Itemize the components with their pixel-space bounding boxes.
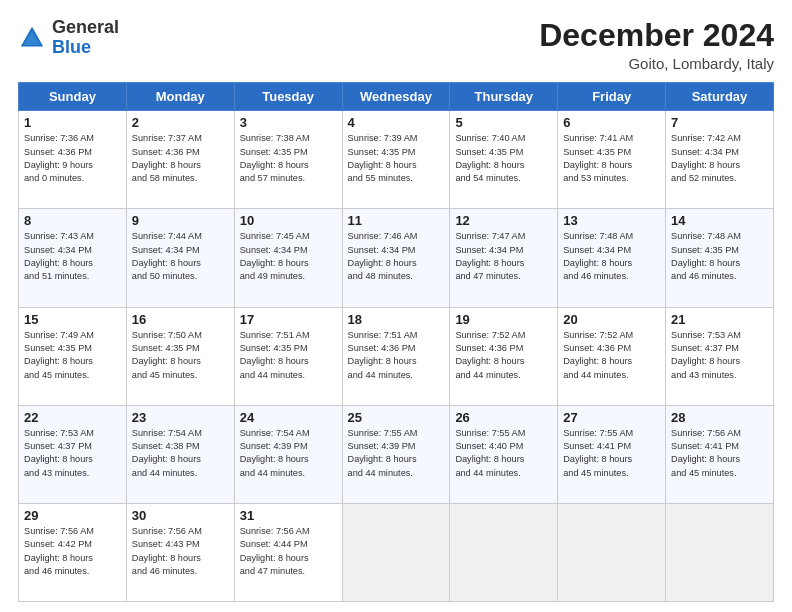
calendar-cell: 4Sunrise: 7:39 AM Sunset: 4:35 PM Daylig… [342, 111, 450, 209]
calendar-cell: 30Sunrise: 7:56 AM Sunset: 4:43 PM Dayli… [126, 503, 234, 601]
day-info: Sunrise: 7:55 AM Sunset: 4:41 PM Dayligh… [563, 427, 660, 480]
day-number: 10 [240, 213, 337, 228]
calendar-cell: 10Sunrise: 7:45 AM Sunset: 4:34 PM Dayli… [234, 209, 342, 307]
day-of-week-saturday: Saturday [666, 83, 774, 111]
calendar-cell: 31Sunrise: 7:56 AM Sunset: 4:44 PM Dayli… [234, 503, 342, 601]
day-info: Sunrise: 7:49 AM Sunset: 4:35 PM Dayligh… [24, 329, 121, 382]
day-number: 6 [563, 115, 660, 130]
day-of-week-thursday: Thursday [450, 83, 558, 111]
calendar-cell: 20Sunrise: 7:52 AM Sunset: 4:36 PM Dayli… [558, 307, 666, 405]
calendar-cell: 9Sunrise: 7:44 AM Sunset: 4:34 PM Daylig… [126, 209, 234, 307]
page: General Blue December 2024 Goito, Lombar… [0, 0, 792, 612]
calendar-week-row: 15Sunrise: 7:49 AM Sunset: 4:35 PM Dayli… [19, 307, 774, 405]
calendar-cell: 8Sunrise: 7:43 AM Sunset: 4:34 PM Daylig… [19, 209, 127, 307]
calendar-cell: 27Sunrise: 7:55 AM Sunset: 4:41 PM Dayli… [558, 405, 666, 503]
logo-blue: Blue [52, 37, 91, 57]
day-number: 20 [563, 312, 660, 327]
location: Goito, Lombardy, Italy [539, 55, 774, 72]
calendar-cell: 6Sunrise: 7:41 AM Sunset: 4:35 PM Daylig… [558, 111, 666, 209]
day-number: 26 [455, 410, 552, 425]
calendar-cell [666, 503, 774, 601]
calendar-header-row: SundayMondayTuesdayWednesdayThursdayFrid… [19, 83, 774, 111]
day-of-week-tuesday: Tuesday [234, 83, 342, 111]
day-info: Sunrise: 7:38 AM Sunset: 4:35 PM Dayligh… [240, 132, 337, 185]
day-number: 23 [132, 410, 229, 425]
calendar-cell: 2Sunrise: 7:37 AM Sunset: 4:36 PM Daylig… [126, 111, 234, 209]
calendar-table: SundayMondayTuesdayWednesdayThursdayFrid… [18, 82, 774, 602]
calendar-week-row: 8Sunrise: 7:43 AM Sunset: 4:34 PM Daylig… [19, 209, 774, 307]
calendar-cell [558, 503, 666, 601]
day-info: Sunrise: 7:36 AM Sunset: 4:36 PM Dayligh… [24, 132, 121, 185]
day-info: Sunrise: 7:56 AM Sunset: 4:43 PM Dayligh… [132, 525, 229, 578]
calendar-cell: 14Sunrise: 7:48 AM Sunset: 4:35 PM Dayli… [666, 209, 774, 307]
day-info: Sunrise: 7:51 AM Sunset: 4:36 PM Dayligh… [348, 329, 445, 382]
title-block: December 2024 Goito, Lombardy, Italy [539, 18, 774, 72]
calendar-cell: 28Sunrise: 7:56 AM Sunset: 4:41 PM Dayli… [666, 405, 774, 503]
day-info: Sunrise: 7:51 AM Sunset: 4:35 PM Dayligh… [240, 329, 337, 382]
day-info: Sunrise: 7:43 AM Sunset: 4:34 PM Dayligh… [24, 230, 121, 283]
day-number: 7 [671, 115, 768, 130]
day-number: 19 [455, 312, 552, 327]
day-info: Sunrise: 7:53 AM Sunset: 4:37 PM Dayligh… [24, 427, 121, 480]
day-number: 29 [24, 508, 121, 523]
calendar-cell: 21Sunrise: 7:53 AM Sunset: 4:37 PM Dayli… [666, 307, 774, 405]
day-number: 25 [348, 410, 445, 425]
calendar-cell: 23Sunrise: 7:54 AM Sunset: 4:38 PM Dayli… [126, 405, 234, 503]
calendar-cell: 22Sunrise: 7:53 AM Sunset: 4:37 PM Dayli… [19, 405, 127, 503]
day-info: Sunrise: 7:37 AM Sunset: 4:36 PM Dayligh… [132, 132, 229, 185]
day-info: Sunrise: 7:39 AM Sunset: 4:35 PM Dayligh… [348, 132, 445, 185]
day-of-week-sunday: Sunday [19, 83, 127, 111]
day-number: 4 [348, 115, 445, 130]
day-number: 16 [132, 312, 229, 327]
day-info: Sunrise: 7:48 AM Sunset: 4:35 PM Dayligh… [671, 230, 768, 283]
calendar-cell: 18Sunrise: 7:51 AM Sunset: 4:36 PM Dayli… [342, 307, 450, 405]
calendar-cell [450, 503, 558, 601]
logo-icon [18, 24, 46, 52]
calendar-week-row: 1Sunrise: 7:36 AM Sunset: 4:36 PM Daylig… [19, 111, 774, 209]
calendar-cell: 3Sunrise: 7:38 AM Sunset: 4:35 PM Daylig… [234, 111, 342, 209]
day-info: Sunrise: 7:45 AM Sunset: 4:34 PM Dayligh… [240, 230, 337, 283]
calendar-cell: 24Sunrise: 7:54 AM Sunset: 4:39 PM Dayli… [234, 405, 342, 503]
day-number: 31 [240, 508, 337, 523]
calendar-cell: 19Sunrise: 7:52 AM Sunset: 4:36 PM Dayli… [450, 307, 558, 405]
day-number: 18 [348, 312, 445, 327]
day-info: Sunrise: 7:55 AM Sunset: 4:40 PM Dayligh… [455, 427, 552, 480]
day-info: Sunrise: 7:46 AM Sunset: 4:34 PM Dayligh… [348, 230, 445, 283]
calendar-cell: 16Sunrise: 7:50 AM Sunset: 4:35 PM Dayli… [126, 307, 234, 405]
day-number: 2 [132, 115, 229, 130]
day-info: Sunrise: 7:54 AM Sunset: 4:39 PM Dayligh… [240, 427, 337, 480]
day-number: 21 [671, 312, 768, 327]
day-number: 17 [240, 312, 337, 327]
month-title: December 2024 [539, 18, 774, 53]
day-number: 5 [455, 115, 552, 130]
calendar-cell: 15Sunrise: 7:49 AM Sunset: 4:35 PM Dayli… [19, 307, 127, 405]
calendar-cell: 7Sunrise: 7:42 AM Sunset: 4:34 PM Daylig… [666, 111, 774, 209]
day-info: Sunrise: 7:42 AM Sunset: 4:34 PM Dayligh… [671, 132, 768, 185]
day-number: 28 [671, 410, 768, 425]
calendar-cell: 29Sunrise: 7:56 AM Sunset: 4:42 PM Dayli… [19, 503, 127, 601]
day-info: Sunrise: 7:52 AM Sunset: 4:36 PM Dayligh… [563, 329, 660, 382]
day-number: 22 [24, 410, 121, 425]
calendar-cell: 12Sunrise: 7:47 AM Sunset: 4:34 PM Dayli… [450, 209, 558, 307]
day-number: 1 [24, 115, 121, 130]
calendar-cell: 1Sunrise: 7:36 AM Sunset: 4:36 PM Daylig… [19, 111, 127, 209]
day-number: 9 [132, 213, 229, 228]
calendar-cell: 13Sunrise: 7:48 AM Sunset: 4:34 PM Dayli… [558, 209, 666, 307]
day-number: 27 [563, 410, 660, 425]
header: General Blue December 2024 Goito, Lombar… [18, 18, 774, 72]
logo-text: General Blue [52, 18, 119, 58]
day-info: Sunrise: 7:56 AM Sunset: 4:42 PM Dayligh… [24, 525, 121, 578]
day-number: 15 [24, 312, 121, 327]
day-info: Sunrise: 7:41 AM Sunset: 4:35 PM Dayligh… [563, 132, 660, 185]
day-of-week-wednesday: Wednesday [342, 83, 450, 111]
calendar-cell: 17Sunrise: 7:51 AM Sunset: 4:35 PM Dayli… [234, 307, 342, 405]
day-info: Sunrise: 7:48 AM Sunset: 4:34 PM Dayligh… [563, 230, 660, 283]
calendar-week-row: 22Sunrise: 7:53 AM Sunset: 4:37 PM Dayli… [19, 405, 774, 503]
day-number: 12 [455, 213, 552, 228]
day-info: Sunrise: 7:44 AM Sunset: 4:34 PM Dayligh… [132, 230, 229, 283]
day-number: 8 [24, 213, 121, 228]
calendar-cell: 11Sunrise: 7:46 AM Sunset: 4:34 PM Dayli… [342, 209, 450, 307]
logo-general: General [52, 17, 119, 37]
day-info: Sunrise: 7:47 AM Sunset: 4:34 PM Dayligh… [455, 230, 552, 283]
day-info: Sunrise: 7:55 AM Sunset: 4:39 PM Dayligh… [348, 427, 445, 480]
